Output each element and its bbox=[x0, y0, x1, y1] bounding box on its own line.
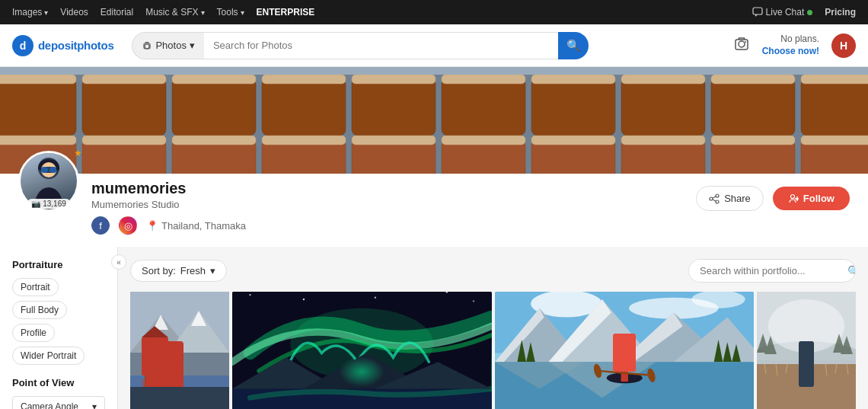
svg-rect-39 bbox=[262, 136, 346, 145]
cover-photo bbox=[0, 67, 868, 174]
svg-rect-23 bbox=[621, 75, 705, 84]
svg-rect-18 bbox=[172, 75, 256, 84]
profile-section: 📷 13,169 ★ mumemories Mumemories Studio … bbox=[0, 174, 868, 247]
images-dropdown-arrow: ▾ bbox=[44, 8, 48, 17]
svg-rect-21 bbox=[442, 75, 525, 84]
sort-dropdown-button[interactable]: Sort by: Fresh ▾ bbox=[130, 260, 227, 282]
svg-rect-46 bbox=[0, 67, 868, 75]
pricing-button[interactable]: Pricing bbox=[825, 7, 856, 18]
live-chat-button[interactable]: Live Chat bbox=[752, 7, 813, 18]
search-button[interactable]: 🔍 bbox=[558, 32, 589, 59]
top-navigation: Images ▾ Videos Editorial Music & SFX ▾ … bbox=[0, 0, 868, 24]
instagram-link[interactable]: ◎ bbox=[119, 216, 137, 235]
tools-dropdown-arrow: ▾ bbox=[241, 8, 244, 17]
grid-col-3 bbox=[495, 292, 755, 409]
svg-point-53 bbox=[710, 197, 713, 200]
svg-rect-19 bbox=[262, 75, 346, 84]
search-area: Photos ▾ 🔍 bbox=[132, 32, 589, 59]
no-plans-info: No plans. Choose now! bbox=[762, 34, 819, 57]
instagram-icon: ◎ bbox=[124, 220, 132, 232]
svg-rect-22 bbox=[531, 75, 615, 84]
svg-rect-12 bbox=[531, 78, 615, 136]
svg-rect-8 bbox=[172, 78, 256, 136]
portraiture-title: Portraiture bbox=[12, 259, 105, 270]
svg-point-80 bbox=[375, 296, 376, 298]
reverse-image-search-button[interactable] bbox=[733, 35, 750, 56]
image-2-illustration bbox=[232, 292, 492, 409]
portfolio-search-input[interactable] bbox=[689, 260, 838, 282]
sort-chevron-icon: ▾ bbox=[210, 265, 215, 276]
svg-rect-45 bbox=[801, 136, 868, 145]
choose-now-link[interactable]: Choose now! bbox=[762, 46, 819, 56]
search-type-button[interactable]: Photos ▾ bbox=[132, 32, 203, 59]
wider-portrait-tag[interactable]: Wider Portrait bbox=[12, 347, 85, 365]
image-grid bbox=[130, 292, 856, 409]
svg-rect-74 bbox=[142, 379, 168, 398]
svg-rect-41 bbox=[442, 136, 525, 145]
image-1-illustration bbox=[130, 292, 229, 409]
svg-point-111 bbox=[620, 362, 629, 371]
profile-info: mumemories Mumemories Studio f ◎ 📍 Thail… bbox=[91, 174, 696, 235]
grid-col-1 bbox=[130, 292, 229, 409]
profile-avatar-wrap: 📷 13,169 ★ bbox=[18, 151, 79, 212]
svg-line-125 bbox=[812, 364, 814, 374]
facebook-icon: f bbox=[99, 220, 102, 232]
svg-rect-15 bbox=[801, 78, 868, 136]
portfolio-search-icon: 🔍 bbox=[838, 265, 856, 277]
camera-angle-dropdown[interactable]: Camera Angle ▾ bbox=[12, 396, 105, 409]
svg-rect-135 bbox=[804, 351, 811, 362]
facebook-link[interactable]: f bbox=[91, 216, 110, 235]
dropdown-chevron-icon: ▾ bbox=[92, 401, 97, 409]
search-input-wrap: 🔍 bbox=[204, 32, 589, 59]
profile-studio: Mumemories Studio bbox=[91, 199, 696, 210]
svg-rect-67 bbox=[142, 337, 168, 375]
follow-button[interactable]: Follow bbox=[773, 187, 850, 210]
camera-upload-icon bbox=[733, 35, 750, 52]
search-icon: 🔍 bbox=[566, 39, 581, 53]
svg-point-83 bbox=[473, 300, 474, 302]
svg-rect-6 bbox=[0, 78, 76, 136]
image-3-illustration bbox=[495, 292, 755, 409]
nav-images[interactable]: Images ▾ bbox=[12, 7, 48, 18]
grid-col-2 bbox=[232, 292, 492, 409]
svg-rect-25 bbox=[801, 75, 868, 84]
nav-editorial[interactable]: Editorial bbox=[101, 7, 133, 18]
nav-enterprise[interactable]: ENTERPRISE bbox=[257, 7, 315, 18]
nav-videos[interactable]: Videos bbox=[60, 7, 88, 18]
portfolio-toolbar: Sort by: Fresh ▾ 🔍 bbox=[130, 259, 856, 283]
gold-star-badge: ★ bbox=[74, 148, 82, 158]
share-button[interactable]: Share bbox=[696, 186, 764, 211]
nav-tools[interactable]: Tools ▾ bbox=[217, 7, 244, 18]
svg-point-3 bbox=[739, 41, 745, 47]
top-nav-right: Live Chat Pricing bbox=[752, 7, 856, 18]
svg-rect-16 bbox=[0, 75, 76, 84]
logo-icon: d bbox=[12, 35, 34, 56]
sort-control: Sort by: Fresh ▾ bbox=[130, 260, 227, 282]
image-2[interactable] bbox=[232, 292, 492, 409]
full-body-tag[interactable]: Full Body bbox=[12, 301, 67, 319]
svg-line-124 bbox=[799, 364, 800, 375]
nav-music-sfx[interactable]: Music & SFX ▾ bbox=[145, 7, 204, 18]
sidebar-collapse-button[interactable]: « bbox=[111, 254, 126, 270]
image-3[interactable] bbox=[495, 292, 755, 409]
search-input[interactable] bbox=[204, 32, 559, 59]
user-avatar[interactable]: H bbox=[831, 34, 856, 58]
svg-rect-11 bbox=[442, 78, 525, 136]
share-icon bbox=[709, 193, 720, 204]
logo[interactable]: d depositphotos bbox=[12, 35, 113, 56]
sidebar: « Portraiture Portrait Full Body Profile… bbox=[0, 247, 118, 409]
search-type-arrow: ▾ bbox=[190, 40, 195, 51]
live-indicator bbox=[807, 10, 812, 15]
camera-small-icon bbox=[142, 40, 152, 51]
svg-point-57 bbox=[790, 194, 794, 198]
profile-tag[interactable]: Profile bbox=[12, 324, 55, 342]
image-1[interactable] bbox=[130, 292, 229, 409]
follow-person-icon bbox=[788, 193, 799, 204]
profile-actions: Share Follow bbox=[696, 174, 850, 211]
portrait-tag[interactable]: Portrait bbox=[12, 278, 59, 296]
sidebar-portraiture-section: Portraiture Portrait Full Body Profile W… bbox=[12, 259, 105, 365]
svg-rect-69 bbox=[145, 345, 153, 351]
image-4[interactable] bbox=[757, 292, 856, 409]
cover-seats-illustration bbox=[0, 67, 868, 174]
header-right: No plans. Choose now! H bbox=[733, 34, 856, 58]
